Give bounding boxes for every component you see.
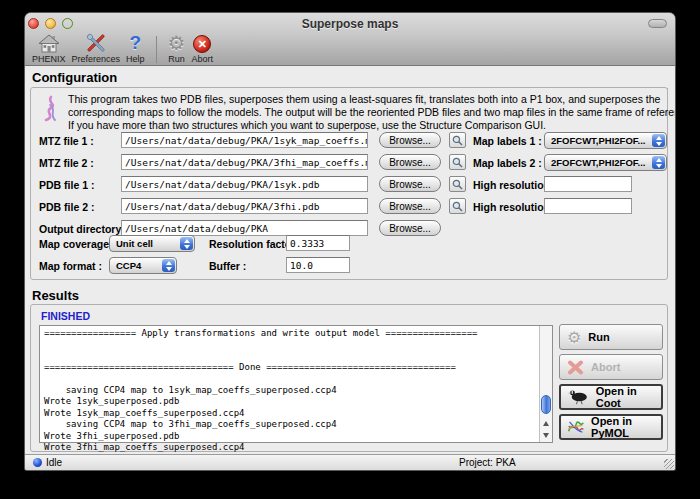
toolbar-label-preferences: Preferences <box>72 54 121 64</box>
scrollbar-thumb[interactable] <box>541 395 551 414</box>
superpose-maps-window: Superpose maps PHENIX <box>25 13 675 470</box>
abort-icon: ✕ <box>193 33 211 53</box>
high-resolution-2-input[interactable] <box>544 198 632 214</box>
mtz-file-2-input[interactable] <box>121 154 368 170</box>
map-labels-2-select[interactable]: 2FOFCWT,PHI2FOF... <box>544 154 667 171</box>
resolution-factor-input[interactable] <box>286 235 350 251</box>
abort-button-label: Abort <box>591 361 620 373</box>
pdb-file-1-label: PDB file 1 : <box>39 179 94 191</box>
toolbar-abort-button[interactable]: ✕ Abort <box>192 33 214 64</box>
toolbar-phenix-button[interactable]: PHENIX <box>32 33 66 64</box>
toolbar-label-abort: Abort <box>192 54 214 64</box>
abort-x-icon <box>567 360 584 375</box>
magnifier-icon <box>452 179 463 190</box>
pdb-file-1-inspect-button[interactable] <box>449 176 466 192</box>
mtz-file-1-browse-button[interactable]: Browse... <box>379 132 441 148</box>
stepper-icon <box>652 134 665 147</box>
map-format-select[interactable]: CCP4 <box>109 257 177 274</box>
toolbar: PHENIX Preferences <box>29 34 216 65</box>
row-mtz-file-1: MTZ file 1 : Browse... Map labels 1 : 2F… <box>39 132 663 150</box>
pdb-file-1-input[interactable] <box>121 176 368 192</box>
pdb-file-2-inspect-button[interactable] <box>449 198 466 214</box>
status-indicator-icon <box>33 458 42 467</box>
resize-grip[interactable] <box>664 459 674 469</box>
toolbar-toggle-button[interactable] <box>648 19 667 28</box>
pdb-file-2-label: PDB file 2 : <box>39 201 94 213</box>
row-map-coverage: Map coverage : Unit cell Resolution fact… <box>39 235 663 253</box>
map-labels-1-value: 2FOFCWT,PHI2FOF... <box>551 135 645 146</box>
row-pdb-file-1: PDB file 1 : Browse... High resolution 1… <box>39 176 663 194</box>
gear-icon: ⚙ <box>567 328 581 347</box>
action-buttons: ⚙ Run Abort <box>559 324 663 444</box>
map-labels-2-label: Map labels 2 : <box>473 157 542 169</box>
output-directory-label: Output directory : <box>39 223 128 235</box>
scroll-down-icon[interactable] <box>540 430 552 441</box>
mtz-file-2-inspect-button[interactable] <box>449 154 466 170</box>
open-in-coot-button[interactable]: Open in Coot <box>559 384 663 410</box>
mtz-file-1-inspect-button[interactable] <box>449 132 466 148</box>
mtz-file-1-label: MTZ file 1 : <box>39 135 94 147</box>
pymol-molecule-icon <box>567 418 584 436</box>
map-coverage-label: Map coverage : <box>39 238 115 250</box>
toolbar-label-run: Run <box>168 54 185 64</box>
magnifier-icon <box>452 157 463 168</box>
run-button-label: Run <box>588 331 609 343</box>
mtz-file-2-browse-button[interactable]: Browse... <box>379 154 441 170</box>
log-output-area[interactable]: ================= Apply transformations … <box>39 325 553 443</box>
preferences-tools-icon <box>85 33 107 53</box>
open-in-pymol-button[interactable]: Open in PyMOL <box>559 414 663 440</box>
map-labels-1-select[interactable]: 2FOFCWT,PHI2FOF... <box>544 132 667 149</box>
toolbar-separator <box>156 36 157 63</box>
high-resolution-1-input[interactable] <box>544 176 632 192</box>
mtz-file-1-input[interactable] <box>121 132 368 148</box>
toolbar-run-button[interactable]: ⚙ Run <box>168 33 186 64</box>
output-directory-input[interactable] <box>121 220 368 236</box>
mtz-file-2-label: MTZ file 2 : <box>39 157 94 169</box>
magnifier-icon <box>452 201 463 212</box>
results-panel: FINISHED ================= Apply transfo… <box>30 304 668 452</box>
toolbar-preferences-button[interactable]: Preferences <box>72 33 121 64</box>
stepper-icon <box>162 259 175 272</box>
help-question-icon: ? <box>130 33 142 53</box>
run-gear-icon: ⚙ <box>168 33 186 53</box>
abort-button[interactable]: Abort <box>559 354 663 380</box>
magnifier-icon <box>452 135 463 146</box>
status-finished-badge: FINISHED <box>41 310 90 322</box>
log-text: ================= Apply transformations … <box>40 326 552 455</box>
configuration-panel: This program takes two PDB files, superp… <box>30 87 668 280</box>
window-header: Superpose maps PHENIX <box>25 13 675 66</box>
open-in-pymol-label: Open in PyMOL <box>591 415 661 439</box>
program-description: This program takes two PDB files, superp… <box>68 93 675 132</box>
status-text: Idle <box>46 457 62 468</box>
coot-bird-icon <box>567 389 589 405</box>
toolbar-label-help: Help <box>126 54 145 64</box>
pdb-file-2-browse-button[interactable]: Browse... <box>379 198 441 214</box>
window-title: Superpose maps <box>25 17 675 31</box>
open-in-coot-label: Open in Coot <box>596 385 661 409</box>
stepper-icon <box>652 156 665 169</box>
description-line-1: This program takes two PDB files, superp… <box>68 93 675 106</box>
map-coverage-value: Unit cell <box>116 238 153 249</box>
description-line-3: If you have more than two structures whi… <box>68 119 675 132</box>
scroll-up-icon[interactable] <box>540 418 552 429</box>
buffer-input[interactable] <box>286 257 350 273</box>
row-pdb-file-2: PDB file 2 : Browse... High resolution 2… <box>39 198 663 216</box>
phenix-home-icon <box>38 33 60 53</box>
toolbar-help-button[interactable]: ? Help <box>126 33 145 64</box>
stepper-icon <box>180 237 193 250</box>
map-labels-1-label: Map labels 1 : <box>473 135 542 147</box>
phenix-ribbon-icon <box>41 95 61 126</box>
map-coverage-select[interactable]: Unit cell <box>109 235 195 252</box>
pdb-file-1-browse-button[interactable]: Browse... <box>379 176 441 192</box>
project-label: Project: PKA <box>459 457 516 468</box>
row-mtz-file-2: MTZ file 2 : Browse... Map labels 2 : 2F… <box>39 154 663 172</box>
toolbar-label-phenix: PHENIX <box>32 54 66 64</box>
log-scrollbar[interactable] <box>539 326 552 442</box>
pdb-file-2-input[interactable] <box>121 198 368 214</box>
map-format-value: CCP4 <box>116 260 141 271</box>
run-button[interactable]: ⚙ Run <box>559 324 663 350</box>
map-format-label: Map format : <box>39 260 102 272</box>
row-map-format: Map format : CCP4 Buffer : <box>39 257 663 275</box>
output-directory-browse-button[interactable]: Browse... <box>379 220 441 236</box>
buffer-label: Buffer : <box>209 260 246 272</box>
